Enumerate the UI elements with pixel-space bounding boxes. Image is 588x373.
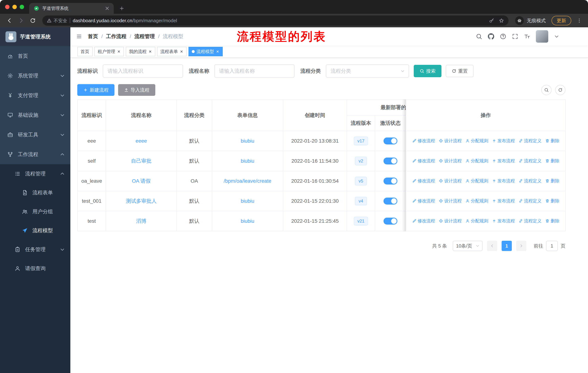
process-name-link[interactable]: 滔博 bbox=[136, 218, 146, 224]
maximize-window-button[interactable] bbox=[20, 5, 24, 9]
close-icon[interactable] bbox=[180, 50, 183, 53]
row-action-modify[interactable]: 修改流程 bbox=[412, 178, 435, 184]
row-action-design[interactable]: 设计流程 bbox=[439, 138, 462, 144]
minimize-window-button[interactable] bbox=[12, 5, 17, 9]
row-action-definition[interactable]: 流程定义 bbox=[519, 218, 542, 224]
search-button[interactable]: 搜索 bbox=[414, 65, 441, 77]
process-name-link[interactable]: 自己审批 bbox=[131, 158, 151, 164]
security-indicator[interactable]: 不安全 bbox=[47, 18, 67, 24]
address-bar[interactable]: 不安全 dashboard.yudao.iocoder.cn/bpm/manag… bbox=[42, 15, 509, 26]
avatar-caret-icon[interactable] bbox=[554, 33, 560, 39]
tag-租户管理[interactable]: 租户管理 bbox=[94, 47, 124, 56]
sidebar-item-任务管理[interactable]: 任务管理 bbox=[0, 240, 70, 259]
tag-流程表单[interactable]: 流程表单 bbox=[157, 47, 187, 56]
reload-button[interactable] bbox=[28, 15, 38, 26]
row-action-publish[interactable]: 发布流程 bbox=[492, 178, 515, 184]
row-action-assign[interactable]: 分配规则 bbox=[465, 198, 488, 204]
row-action-delete[interactable]: 删除 bbox=[545, 198, 559, 204]
form-link[interactable]: biubiu bbox=[241, 158, 254, 164]
sidebar-item-请假查询[interactable]: 请假查询 bbox=[0, 259, 70, 278]
sidebar-toggle-button[interactable] bbox=[76, 33, 82, 39]
next-page-button[interactable] bbox=[516, 241, 526, 251]
sidebar-item-系统管理[interactable]: 系统管理 bbox=[0, 66, 70, 86]
bookmark-star-icon[interactable] bbox=[499, 18, 504, 23]
form-link[interactable]: /bpm/oa/leave/create bbox=[224, 178, 271, 184]
row-action-design[interactable]: 设计流程 bbox=[439, 158, 462, 164]
row-action-modify[interactable]: 修改流程 bbox=[412, 158, 435, 164]
breadcrumb-item[interactable]: 工作流程 bbox=[106, 33, 126, 40]
help-icon[interactable] bbox=[500, 33, 506, 40]
active-toggle[interactable] bbox=[383, 138, 397, 144]
process-key-input[interactable] bbox=[103, 64, 183, 78]
row-action-publish[interactable]: 发布流程 bbox=[492, 158, 515, 164]
row-action-publish[interactable]: 发布流程 bbox=[492, 138, 515, 144]
row-action-definition[interactable]: 流程定义 bbox=[519, 178, 542, 184]
row-action-assign[interactable]: 分配规则 bbox=[465, 178, 488, 184]
import-process-button[interactable]: 导入流程 bbox=[118, 84, 155, 96]
toggle-search-button[interactable] bbox=[541, 85, 552, 95]
password-key-icon[interactable] bbox=[489, 18, 494, 23]
tag-首页[interactable]: 首页 bbox=[77, 47, 93, 56]
row-action-design[interactable]: 设计流程 bbox=[439, 178, 462, 184]
form-link[interactable]: biubiu bbox=[241, 218, 254, 224]
row-action-assign[interactable]: 分配规则 bbox=[465, 158, 488, 164]
fullscreen-icon[interactable] bbox=[512, 33, 518, 40]
prev-page-button[interactable] bbox=[487, 241, 497, 251]
close-window-button[interactable] bbox=[5, 5, 10, 9]
chrome-update-button[interactable]: 更新 bbox=[552, 16, 571, 25]
sidebar-item-用户分组[interactable]: 用户分组 bbox=[0, 202, 70, 221]
row-action-definition[interactable]: 流程定义 bbox=[519, 198, 542, 204]
sidebar-item-基础设施[interactable]: 基础设施 bbox=[0, 105, 70, 125]
browser-menu-button[interactable] bbox=[575, 16, 584, 25]
sidebar-item-支付管理[interactable]: 支付管理 bbox=[0, 86, 70, 105]
sidebar-item-流程模型[interactable]: 流程模型 bbox=[0, 221, 70, 240]
form-link[interactable]: biubiu bbox=[241, 198, 254, 204]
row-action-delete[interactable]: 删除 bbox=[545, 218, 559, 224]
process-name-input[interactable] bbox=[214, 64, 294, 78]
sidebar-item-首页[interactable]: 首页 bbox=[0, 46, 70, 66]
reset-button[interactable]: 重置 bbox=[446, 65, 473, 77]
active-toggle[interactable] bbox=[383, 198, 397, 204]
active-toggle[interactable] bbox=[383, 158, 397, 164]
close-icon[interactable] bbox=[117, 50, 121, 53]
row-action-delete[interactable]: 删除 bbox=[545, 178, 559, 184]
page-size-select[interactable]: 10条/页 bbox=[453, 241, 483, 251]
row-action-delete[interactable]: 删除 bbox=[545, 138, 559, 144]
sidebar-item-工作流程[interactable]: 工作流程 bbox=[0, 145, 70, 164]
active-toggle[interactable] bbox=[383, 218, 397, 225]
github-icon[interactable] bbox=[488, 33, 494, 40]
font-size-icon[interactable] bbox=[524, 33, 530, 40]
page-1-button[interactable]: 1 bbox=[502, 241, 512, 251]
new-tab-button[interactable] bbox=[119, 5, 125, 11]
row-action-publish[interactable]: 发布流程 bbox=[492, 218, 515, 224]
tag-流程模型[interactable]: 流程模型 bbox=[189, 47, 223, 56]
tag-我的流程[interactable]: 我的流程 bbox=[126, 47, 155, 56]
category-select[interactable]: 流程分类 bbox=[326, 64, 409, 78]
sidebar-item-研发工具[interactable]: 研发工具 bbox=[0, 125, 70, 145]
active-toggle[interactable] bbox=[383, 178, 397, 184]
refresh-table-button[interactable] bbox=[555, 85, 565, 95]
forward-button[interactable] bbox=[16, 15, 26, 26]
browser-tab[interactable]: 芋道管理系统 bbox=[29, 3, 114, 14]
close-icon[interactable] bbox=[148, 50, 152, 53]
row-action-definition[interactable]: 流程定义 bbox=[519, 158, 542, 164]
row-action-assign[interactable]: 分配规则 bbox=[465, 138, 488, 144]
create-process-button[interactable]: 新建流程 bbox=[77, 84, 115, 96]
breadcrumb-item[interactable]: 首页 bbox=[88, 33, 98, 40]
process-name-link[interactable]: OA 请假 bbox=[132, 178, 151, 184]
row-action-assign[interactable]: 分配规则 bbox=[465, 218, 488, 224]
row-action-modify[interactable]: 修改流程 bbox=[412, 138, 435, 144]
row-action-definition[interactable]: 流程定义 bbox=[519, 138, 542, 144]
form-link[interactable]: biubiu bbox=[241, 138, 254, 144]
app-logo[interactable]: 芋道管理系统 bbox=[0, 27, 70, 46]
header-search-icon[interactable] bbox=[476, 33, 482, 40]
sidebar-item-流程管理[interactable]: 流程管理 bbox=[0, 164, 70, 183]
row-action-modify[interactable]: 修改流程 bbox=[412, 218, 435, 224]
row-action-modify[interactable]: 修改流程 bbox=[412, 198, 435, 204]
row-action-delete[interactable]: 删除 bbox=[545, 158, 559, 164]
process-name-link[interactable]: 测试多审批人 bbox=[126, 198, 157, 204]
close-icon[interactable] bbox=[216, 50, 220, 53]
row-action-design[interactable]: 设计流程 bbox=[439, 198, 462, 204]
sidebar-item-流程表单[interactable]: 流程表单 bbox=[0, 183, 70, 202]
page-jump-input[interactable] bbox=[546, 241, 558, 251]
